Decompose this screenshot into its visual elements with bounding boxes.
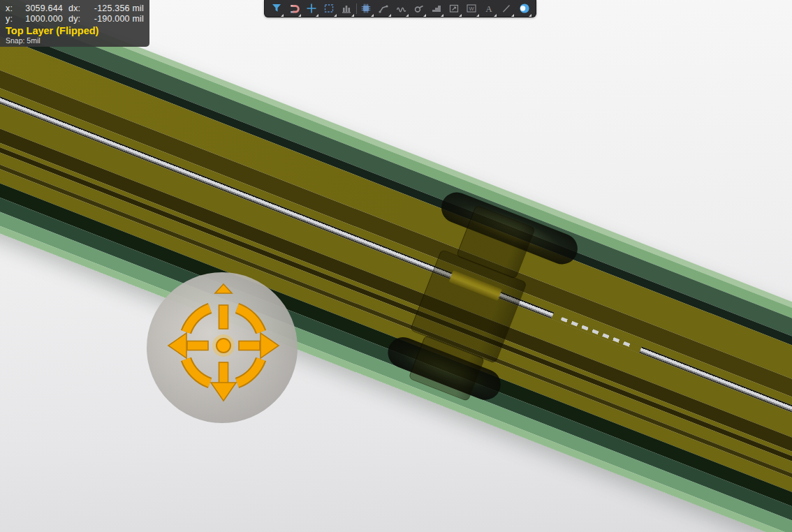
selection-rectangle-button[interactable] (320, 1, 337, 17)
y-value: 1000.000 (17, 14, 63, 24)
filter-button[interactable] (267, 1, 285, 17)
filter-icon (270, 2, 283, 15)
polygon-steps-button[interactable] (427, 1, 445, 17)
sphere-3d-icon (518, 2, 531, 15)
differential-pair-button[interactable] (393, 1, 410, 17)
coordinate-hud: x: 3059.644 dx: -125.356 mil y: 1000.000… (0, 0, 149, 47)
move-arrow-right-head[interactable] (261, 333, 279, 358)
snap-magnet-button[interactable] (285, 1, 302, 17)
rotate-arc-se[interactable] (237, 360, 261, 383)
hud-row-x: x: 3059.644 dx: -125.356 mil (6, 3, 144, 13)
sphere-3d-button[interactable] (515, 1, 533, 17)
word-frame-icon: W (465, 2, 478, 15)
via-button[interactable] (410, 1, 427, 17)
route-button[interactable] (375, 1, 393, 17)
rotate-arc-sw[interactable] (186, 360, 210, 383)
differential-pair-icon (395, 2, 408, 15)
dx-label: dx: (68, 3, 87, 13)
dimension-button[interactable] (445, 1, 462, 17)
move-arrow-down-head[interactable] (211, 383, 236, 401)
dy-label: dy: (68, 14, 87, 24)
crosshair-icon (305, 2, 318, 15)
hud-row-y: y: 1000.000 dy: -190.000 mil (6, 14, 144, 24)
gizmo-center-handle[interactable] (217, 339, 230, 353)
rotate-arc-nw[interactable] (186, 308, 210, 332)
via-icon (413, 2, 425, 15)
pad-stack-button[interactable] (338, 1, 355, 17)
dy-value: -190.000 mil (87, 14, 144, 24)
dimension-icon (448, 2, 460, 15)
word-frame-button[interactable]: W (463, 1, 481, 17)
selection-rectangle-icon (323, 2, 335, 15)
dx-value: -125.356 mil (87, 3, 144, 13)
snap-magnet-icon (288, 2, 300, 15)
text-glyph: A (486, 3, 493, 14)
line-icon (500, 2, 513, 15)
move-arrow-up-tip[interactable] (215, 284, 232, 293)
active-bar-toolbar: W A (264, 0, 536, 17)
component-icon (360, 2, 372, 15)
move-arrow-left-head[interactable] (168, 333, 186, 358)
x-label: x: (6, 3, 17, 13)
pad-stack-icon (340, 2, 353, 15)
move-arrow-right[interactable] (239, 341, 260, 350)
y-label: y: (6, 14, 17, 24)
crosshair-button[interactable] (302, 1, 320, 17)
polygon-steps-icon (430, 2, 443, 15)
flex-pcb-ribbon[interactable] (0, 0, 792, 532)
x-value: 3059.644 (17, 3, 63, 13)
toolbar-divider (356, 3, 357, 14)
route-icon (377, 2, 390, 15)
pcb-3d-viewport[interactable]: x: 3059.644 dx: -125.356 mil y: 1000.000… (0, 0, 792, 532)
move-arrow-up[interactable] (219, 305, 228, 329)
move-gizmo[interactable] (147, 269, 300, 422)
move-arrow-down[interactable] (219, 362, 228, 383)
snap-grid-label: Snap: 5mil (6, 36, 144, 45)
text-icon: A (483, 2, 495, 15)
line-button[interactable] (498, 1, 515, 17)
component-button[interactable] (358, 1, 375, 17)
word-frame-glyph: W (469, 6, 475, 12)
rotate-arc-ne[interactable] (237, 308, 261, 332)
text-button[interactable]: A (481, 1, 498, 17)
active-layer-label: Top Layer (Flipped) (6, 25, 144, 37)
move-arrow-left[interactable] (187, 341, 208, 350)
